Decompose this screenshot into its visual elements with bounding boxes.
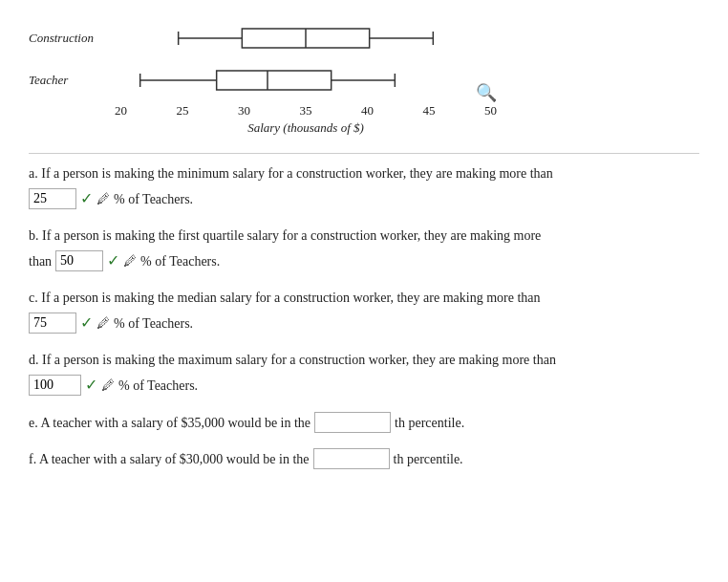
- question-a-edit-icon[interactable]: 🖉: [96, 189, 110, 209]
- question-d-text: d. If a person is making the maximum sal…: [29, 350, 699, 370]
- question-c-input[interactable]: [29, 313, 76, 334]
- question-a-input[interactable]: [29, 188, 76, 209]
- question-b-input[interactable]: [55, 250, 103, 271]
- question-e: e. A teacher with a salary of $35,000 wo…: [29, 412, 699, 433]
- tick-25: 25: [177, 103, 189, 119]
- question-d-answer-row: ✓ 🖉 % of Teachers.: [29, 374, 699, 397]
- question-d-input[interactable]: [29, 375, 81, 396]
- question-f-answer-row: f. A teacher with a salary of $30,000 wo…: [29, 448, 699, 469]
- teacher-label: Teacher: [29, 73, 115, 88]
- question-e-answer-row: e. A teacher with a salary of $35,000 wo…: [29, 412, 699, 433]
- teacher-boxplot: [115, 61, 497, 99]
- divider-1: [29, 153, 699, 154]
- question-f-suffix: th percentile.: [394, 449, 463, 469]
- question-c-suffix: % of Teachers.: [114, 313, 193, 334]
- question-f-input[interactable]: [313, 448, 390, 469]
- question-a-check: ✓: [80, 187, 93, 210]
- question-d: d. If a person is making the maximum sal…: [29, 350, 699, 397]
- construction-boxplot: [115, 19, 497, 57]
- question-b-edit-icon[interactable]: 🖉: [123, 251, 137, 271]
- question-c-edit-icon[interactable]: 🖉: [96, 313, 110, 334]
- question-b-text: b. If a person is making the first quart…: [29, 226, 699, 246]
- question-a-text: a. If a person is making the minimum sal…: [29, 163, 699, 183]
- question-a: a. If a person is making the minimum sal…: [29, 163, 699, 210]
- teacher-row: Teacher: [29, 61, 699, 99]
- question-b-suffix: % of Teachers.: [140, 251, 220, 271]
- question-c-answer-row: ✓ 🖉 % of Teachers.: [29, 312, 699, 334]
- question-d-check: ✓: [85, 374, 97, 397]
- chart-area: Construction Teacher: [29, 19, 699, 136]
- question-e-prefix: e. A teacher with a salary of $35,000 wo…: [29, 413, 310, 433]
- svg-rect-8: [217, 71, 332, 90]
- tick-40: 40: [361, 103, 374, 119]
- construction-row: Construction: [29, 19, 699, 57]
- axis-area: 20 25 30 35 40 45 50 Salary (thousands o…: [29, 103, 699, 136]
- question-b-check: ✓: [107, 249, 119, 272]
- magnify-icon[interactable]: 🔍: [476, 82, 497, 103]
- question-e-suffix: th percentile.: [395, 413, 464, 433]
- question-d-suffix: % of Teachers.: [118, 376, 198, 396]
- axis-title: Salary (thousands of $): [115, 120, 497, 136]
- question-d-edit-icon[interactable]: 🖉: [101, 376, 115, 396]
- question-c-check: ✓: [80, 312, 93, 334]
- tick-50: 50: [484, 103, 497, 119]
- question-b-answer-row: than ✓ 🖉 % of Teachers.: [29, 249, 699, 272]
- question-a-answer-row: ✓ 🖉 % of Teachers.: [29, 187, 699, 210]
- tick-45: 45: [423, 103, 436, 119]
- question-c-text: c. If a person is making the median sala…: [29, 288, 699, 308]
- question-b: b. If a person is making the first quart…: [29, 226, 699, 272]
- question-b-than: than: [29, 251, 52, 271]
- tick-30: 30: [238, 103, 250, 119]
- question-f: f. A teacher with a salary of $30,000 wo…: [29, 448, 699, 469]
- tick-35: 35: [300, 103, 312, 119]
- question-f-prefix: f. A teacher with a salary of $30,000 wo…: [29, 449, 310, 469]
- tick-20: 20: [115, 103, 127, 119]
- question-c: c. If a person is making the median sala…: [29, 288, 699, 334]
- question-a-suffix: % of Teachers.: [114, 189, 193, 209]
- question-e-input[interactable]: [314, 412, 391, 433]
- construction-label: Construction: [29, 31, 115, 46]
